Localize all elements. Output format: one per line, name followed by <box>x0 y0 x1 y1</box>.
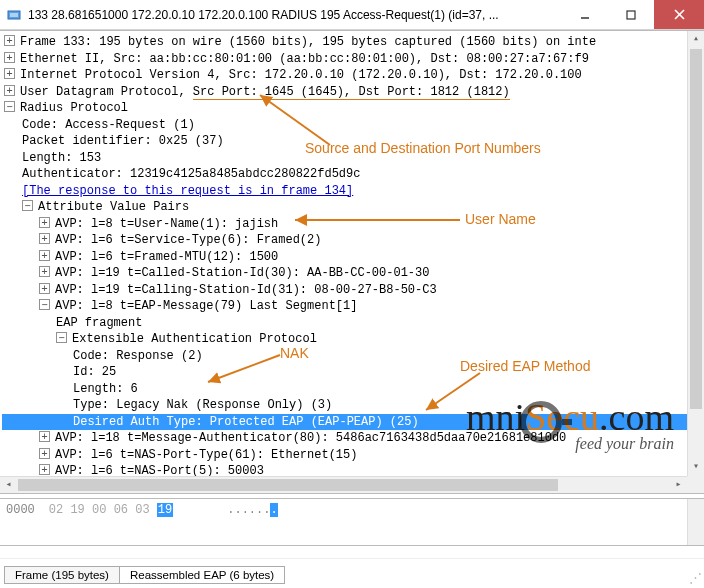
expand-icon[interactable]: + <box>4 68 15 79</box>
expand-icon[interactable]: + <box>4 85 15 96</box>
expand-icon[interactable]: + <box>39 266 50 277</box>
tree-row-avp-username[interactable]: +AVP: l=8 t=User-Name(1): jajish <box>2 216 704 233</box>
hex-bytes[interactable]: 02 19 00 06 03 19 <box>49 503 173 541</box>
expand-icon[interactable]: + <box>4 35 15 46</box>
maximize-button[interactable] <box>608 0 654 29</box>
scroll-thumb[interactable] <box>18 479 558 491</box>
tree-row-length[interactable]: Length: 153 <box>2 150 704 167</box>
collapse-icon[interactable]: − <box>39 299 50 310</box>
tree-row-avp-called-station[interactable]: +AVP: l=19 t=Called-Station-Id(30): AA-B… <box>2 265 704 282</box>
tree-row-avp-calling-station[interactable]: +AVP: l=19 t=Calling-Station-Id(31): 08-… <box>2 282 704 299</box>
tree-row-avp-eap-message[interactable]: −AVP: l=8 t=EAP-Message(79) Last Segment… <box>2 298 704 315</box>
tree-row-eap-fragment[interactable]: EAP fragment <box>2 315 704 332</box>
window-title: 133 28.681651000 172.20.0.10 172.20.0.10… <box>28 8 562 22</box>
tree-row-radius[interactable]: −Radius Protocol <box>2 100 704 117</box>
horizontal-scrollbar[interactable]: ◂ ▸ <box>0 476 687 493</box>
svg-rect-4 <box>627 11 635 19</box>
tree-row-eap-id[interactable]: Id: 25 <box>2 364 704 381</box>
tree-row-ip[interactable]: +Internet Protocol Version 4, Src: 172.2… <box>2 67 704 84</box>
minimize-button[interactable] <box>562 0 608 29</box>
tree-row-avp-service-type[interactable]: +AVP: l=6 t=Service-Type(6): Framed(2) <box>2 232 704 249</box>
tree-row-packet-id[interactable]: Packet identifier: 0x25 (37) <box>2 133 704 150</box>
hex-offset: 0000 <box>6 503 35 541</box>
scroll-right-icon[interactable]: ▸ <box>670 477 687 493</box>
tree-row-avp-nas-port-type[interactable]: +AVP: l=6 t=NAS-Port-Type(61): Ethernet(… <box>2 447 704 464</box>
tree-row-avp-framed-mtu[interactable]: +AVP: l=6 t=Framed-MTU(12): 1500 <box>2 249 704 266</box>
expand-icon[interactable]: + <box>39 448 50 459</box>
expand-icon[interactable]: + <box>4 52 15 63</box>
packet-tree-pane[interactable]: +Frame 133: 195 bytes on wire (1560 bits… <box>0 30 704 494</box>
collapse-icon[interactable]: − <box>56 332 67 343</box>
vertical-scrollbar[interactable]: ▴ ▾ <box>687 31 704 476</box>
tree-row-avp-msg-auth[interactable]: +AVP: l=18 t=Message-Authenticator(80): … <box>2 430 704 447</box>
tree-row-eap-proto[interactable]: −Extensible Authentication Protocol <box>2 331 704 348</box>
tree-row-code[interactable]: Code: Access-Request (1) <box>2 117 704 134</box>
tree-row-eap-code[interactable]: Code: Response (2) <box>2 348 704 365</box>
hex-ascii: ....... <box>227 503 277 541</box>
hex-pane[interactable]: 0000 02 19 00 06 03 19 ....... <box>0 498 704 546</box>
tree-row-ethernet[interactable]: +Ethernet II, Src: aa:bb:cc:80:01:00 (aa… <box>2 51 704 68</box>
tree-row-desired-auth-type[interactable]: Desired Auth Type: Protected EAP (EAP-PE… <box>2 414 704 431</box>
scroll-left-icon[interactable]: ◂ <box>0 477 17 493</box>
tree-row-eap-type[interactable]: Type: Legacy Nak (Response Only) (3) <box>2 397 704 414</box>
expand-icon[interactable]: + <box>39 233 50 244</box>
expand-icon[interactable]: + <box>39 283 50 294</box>
tree-row-response-link[interactable]: [The response to this request is in fram… <box>2 183 704 200</box>
collapse-icon[interactable]: − <box>4 101 15 112</box>
tree-row-avp-header[interactable]: −Attribute Value Pairs <box>2 199 704 216</box>
hex-scrollbar[interactable] <box>687 499 704 545</box>
expand-icon[interactable]: + <box>39 431 50 442</box>
tree-row-authenticator[interactable]: Authenticator: 12319c4125a8485abdcc28082… <box>2 166 704 183</box>
scroll-corner <box>687 476 704 493</box>
collapse-icon[interactable]: − <box>22 200 33 211</box>
scroll-up-icon[interactable]: ▴ <box>688 31 704 48</box>
tree-row-udp[interactable]: +User Datagram Protocol, Src Port: 1645 … <box>2 84 704 101</box>
svg-rect-0 <box>8 11 20 19</box>
window-titlebar: 133 28.681651000 172.20.0.10 172.20.0.10… <box>0 0 704 30</box>
tab-frame-bytes[interactable]: Frame (195 bytes) <box>4 566 120 584</box>
resize-grip-icon[interactable]: ⋰ <box>689 570 702 586</box>
scroll-down-icon[interactable]: ▾ <box>688 459 704 476</box>
tree-row-eap-length[interactable]: Length: 6 <box>2 381 704 398</box>
expand-icon[interactable]: + <box>39 217 50 228</box>
expand-icon[interactable]: + <box>39 250 50 261</box>
response-frame-link[interactable]: [The response to this request is in fram… <box>22 184 353 198</box>
tab-reassembled-eap[interactable]: Reassembled EAP (6 bytes) <box>119 566 285 584</box>
tree-row-frame[interactable]: +Frame 133: 195 bytes on wire (1560 bits… <box>2 34 704 51</box>
scroll-thumb[interactable] <box>690 49 702 409</box>
hex-selected-byte: 19 <box>157 503 173 517</box>
udp-ports: Src Port: 1645 (1645), Dst Port: 1812 (1… <box>193 85 510 100</box>
expand-icon[interactable]: + <box>39 464 50 475</box>
app-icon <box>6 7 22 23</box>
close-button[interactable] <box>654 0 704 29</box>
hex-tabs: Frame (195 bytes) Reassembled EAP (6 byt… <box>0 558 704 588</box>
